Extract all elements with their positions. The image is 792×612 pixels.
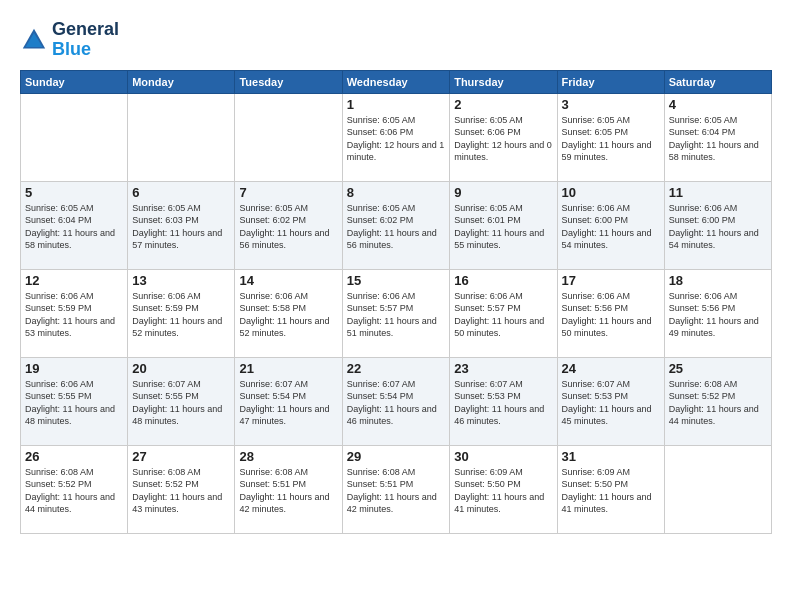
day-number: 7: [239, 185, 337, 200]
calendar-cell: 30Sunrise: 6:09 AMSunset: 5:50 PMDayligh…: [450, 445, 557, 533]
day-info: Sunrise: 6:05 AMSunset: 6:04 PMDaylight:…: [25, 202, 123, 252]
calendar-cell: 26Sunrise: 6:08 AMSunset: 5:52 PMDayligh…: [21, 445, 128, 533]
calendar-cell: 13Sunrise: 6:06 AMSunset: 5:59 PMDayligh…: [128, 269, 235, 357]
calendar-cell: 2Sunrise: 6:05 AMSunset: 6:06 PMDaylight…: [450, 93, 557, 181]
calendar-cell: 19Sunrise: 6:06 AMSunset: 5:55 PMDayligh…: [21, 357, 128, 445]
calendar-cell: [128, 93, 235, 181]
calendar-cell: 8Sunrise: 6:05 AMSunset: 6:02 PMDaylight…: [342, 181, 449, 269]
calendar-cell: 29Sunrise: 6:08 AMSunset: 5:51 PMDayligh…: [342, 445, 449, 533]
day-number: 10: [562, 185, 660, 200]
calendar-week-row: 12Sunrise: 6:06 AMSunset: 5:59 PMDayligh…: [21, 269, 772, 357]
day-number: 6: [132, 185, 230, 200]
day-number: 11: [669, 185, 767, 200]
calendar-cell: 18Sunrise: 6:06 AMSunset: 5:56 PMDayligh…: [664, 269, 771, 357]
calendar-week-row: 19Sunrise: 6:06 AMSunset: 5:55 PMDayligh…: [21, 357, 772, 445]
day-number: 1: [347, 97, 445, 112]
day-number: 31: [562, 449, 660, 464]
calendar-cell: 23Sunrise: 6:07 AMSunset: 5:53 PMDayligh…: [450, 357, 557, 445]
day-number: 18: [669, 273, 767, 288]
calendar-week-row: 26Sunrise: 6:08 AMSunset: 5:52 PMDayligh…: [21, 445, 772, 533]
day-info: Sunrise: 6:06 AMSunset: 5:56 PMDaylight:…: [669, 290, 767, 340]
calendar-cell: 27Sunrise: 6:08 AMSunset: 5:52 PMDayligh…: [128, 445, 235, 533]
day-info: Sunrise: 6:05 AMSunset: 6:04 PMDaylight:…: [669, 114, 767, 164]
calendar-cell: 11Sunrise: 6:06 AMSunset: 6:00 PMDayligh…: [664, 181, 771, 269]
calendar-cell: 17Sunrise: 6:06 AMSunset: 5:56 PMDayligh…: [557, 269, 664, 357]
day-info: Sunrise: 6:08 AMSunset: 5:52 PMDaylight:…: [669, 378, 767, 428]
calendar-cell: 24Sunrise: 6:07 AMSunset: 5:53 PMDayligh…: [557, 357, 664, 445]
day-info: Sunrise: 6:07 AMSunset: 5:55 PMDaylight:…: [132, 378, 230, 428]
calendar-cell: [664, 445, 771, 533]
day-number: 8: [347, 185, 445, 200]
day-number: 30: [454, 449, 552, 464]
day-info: Sunrise: 6:06 AMSunset: 6:00 PMDaylight:…: [669, 202, 767, 252]
calendar-cell: 25Sunrise: 6:08 AMSunset: 5:52 PMDayligh…: [664, 357, 771, 445]
calendar-cell: 1Sunrise: 6:05 AMSunset: 6:06 PMDaylight…: [342, 93, 449, 181]
calendar-cell: 4Sunrise: 6:05 AMSunset: 6:04 PMDaylight…: [664, 93, 771, 181]
page-header: General Blue: [20, 20, 772, 60]
day-info: Sunrise: 6:05 AMSunset: 6:06 PMDaylight:…: [454, 114, 552, 164]
day-number: 28: [239, 449, 337, 464]
weekday-header-sunday: Sunday: [21, 70, 128, 93]
day-info: Sunrise: 6:06 AMSunset: 5:57 PMDaylight:…: [347, 290, 445, 340]
day-number: 22: [347, 361, 445, 376]
calendar-cell: 3Sunrise: 6:05 AMSunset: 6:05 PMDaylight…: [557, 93, 664, 181]
calendar-cell: [21, 93, 128, 181]
calendar-cell: 6Sunrise: 6:05 AMSunset: 6:03 PMDaylight…: [128, 181, 235, 269]
day-info: Sunrise: 6:07 AMSunset: 5:54 PMDaylight:…: [239, 378, 337, 428]
day-number: 4: [669, 97, 767, 112]
calendar-cell: 10Sunrise: 6:06 AMSunset: 6:00 PMDayligh…: [557, 181, 664, 269]
day-number: 25: [669, 361, 767, 376]
day-info: Sunrise: 6:06 AMSunset: 5:59 PMDaylight:…: [25, 290, 123, 340]
day-number: 21: [239, 361, 337, 376]
day-info: Sunrise: 6:05 AMSunset: 6:02 PMDaylight:…: [347, 202, 445, 252]
day-info: Sunrise: 6:05 AMSunset: 6:02 PMDaylight:…: [239, 202, 337, 252]
calendar-cell: 9Sunrise: 6:05 AMSunset: 6:01 PMDaylight…: [450, 181, 557, 269]
day-info: Sunrise: 6:07 AMSunset: 5:53 PMDaylight:…: [454, 378, 552, 428]
day-number: 13: [132, 273, 230, 288]
day-number: 2: [454, 97, 552, 112]
calendar-cell: 15Sunrise: 6:06 AMSunset: 5:57 PMDayligh…: [342, 269, 449, 357]
day-number: 19: [25, 361, 123, 376]
day-info: Sunrise: 6:06 AMSunset: 5:59 PMDaylight:…: [132, 290, 230, 340]
day-number: 24: [562, 361, 660, 376]
day-number: 29: [347, 449, 445, 464]
weekday-header-saturday: Saturday: [664, 70, 771, 93]
day-info: Sunrise: 6:05 AMSunset: 6:03 PMDaylight:…: [132, 202, 230, 252]
calendar-cell: 16Sunrise: 6:06 AMSunset: 5:57 PMDayligh…: [450, 269, 557, 357]
day-info: Sunrise: 6:05 AMSunset: 6:05 PMDaylight:…: [562, 114, 660, 164]
calendar-cell: 7Sunrise: 6:05 AMSunset: 6:02 PMDaylight…: [235, 181, 342, 269]
day-info: Sunrise: 6:06 AMSunset: 6:00 PMDaylight:…: [562, 202, 660, 252]
weekday-header-row: SundayMondayTuesdayWednesdayThursdayFrid…: [21, 70, 772, 93]
day-number: 12: [25, 273, 123, 288]
day-info: Sunrise: 6:08 AMSunset: 5:51 PMDaylight:…: [239, 466, 337, 516]
day-info: Sunrise: 6:05 AMSunset: 6:06 PMDaylight:…: [347, 114, 445, 164]
day-info: Sunrise: 6:09 AMSunset: 5:50 PMDaylight:…: [562, 466, 660, 516]
calendar-cell: 20Sunrise: 6:07 AMSunset: 5:55 PMDayligh…: [128, 357, 235, 445]
day-number: 14: [239, 273, 337, 288]
weekday-header-wednesday: Wednesday: [342, 70, 449, 93]
calendar-cell: 22Sunrise: 6:07 AMSunset: 5:54 PMDayligh…: [342, 357, 449, 445]
day-number: 9: [454, 185, 552, 200]
weekday-header-tuesday: Tuesday: [235, 70, 342, 93]
day-info: Sunrise: 6:08 AMSunset: 5:51 PMDaylight:…: [347, 466, 445, 516]
calendar-cell: [235, 93, 342, 181]
day-number: 15: [347, 273, 445, 288]
day-info: Sunrise: 6:06 AMSunset: 5:58 PMDaylight:…: [239, 290, 337, 340]
logo: General Blue: [20, 20, 119, 60]
calendar-week-row: 5Sunrise: 6:05 AMSunset: 6:04 PMDaylight…: [21, 181, 772, 269]
calendar-cell: 28Sunrise: 6:08 AMSunset: 5:51 PMDayligh…: [235, 445, 342, 533]
calendar-cell: 14Sunrise: 6:06 AMSunset: 5:58 PMDayligh…: [235, 269, 342, 357]
day-info: Sunrise: 6:06 AMSunset: 5:56 PMDaylight:…: [562, 290, 660, 340]
day-info: Sunrise: 6:07 AMSunset: 5:53 PMDaylight:…: [562, 378, 660, 428]
day-number: 20: [132, 361, 230, 376]
day-number: 26: [25, 449, 123, 464]
logo-icon: [20, 26, 48, 54]
day-info: Sunrise: 6:06 AMSunset: 5:57 PMDaylight:…: [454, 290, 552, 340]
day-info: Sunrise: 6:09 AMSunset: 5:50 PMDaylight:…: [454, 466, 552, 516]
day-number: 17: [562, 273, 660, 288]
day-info: Sunrise: 6:05 AMSunset: 6:01 PMDaylight:…: [454, 202, 552, 252]
day-info: Sunrise: 6:06 AMSunset: 5:55 PMDaylight:…: [25, 378, 123, 428]
day-info: Sunrise: 6:08 AMSunset: 5:52 PMDaylight:…: [25, 466, 123, 516]
day-number: 16: [454, 273, 552, 288]
calendar-cell: 5Sunrise: 6:05 AMSunset: 6:04 PMDaylight…: [21, 181, 128, 269]
